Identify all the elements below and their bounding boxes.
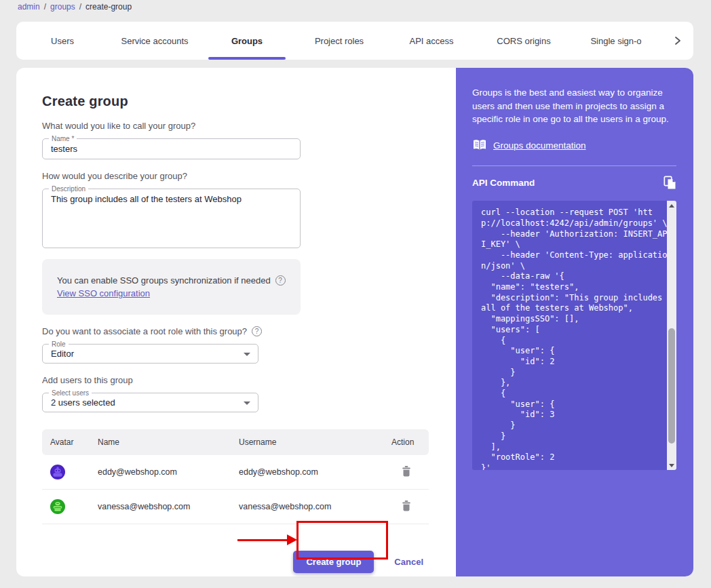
groups-documentation-link[interactable]: Groups documentation <box>493 140 586 151</box>
user-name: vanessa@webshop.com <box>98 502 239 511</box>
avatar-eddy-icon <box>50 465 65 479</box>
groups-documentation-row: Groups documentation <box>472 139 676 151</box>
description-field-label: Description <box>49 184 88 193</box>
breadcrumb-groups[interactable]: groups <box>50 2 75 12</box>
api-command-code-block: curl --location --request POST 'htt p://… <box>472 201 676 470</box>
table-header-row: Avatar Name Username Action <box>42 429 429 455</box>
trash-icon <box>402 466 411 477</box>
table-header-avatar: Avatar <box>50 437 98 447</box>
role-question-label: Do you want to associate a root role wit… <box>42 326 456 336</box>
admin-tab-bar: Users Service accounts Groups Project ro… <box>16 22 693 60</box>
copy-icon <box>664 176 676 190</box>
tab-api-access-label: API access <box>409 36 453 46</box>
table-row: eddy@webshop.com eddy@webshop.com <box>42 455 429 490</box>
selected-users-table: Avatar Name Username Action <box>42 429 429 524</box>
table-header-name: Name <box>98 437 239 447</box>
view-sso-configuration-link[interactable]: View SSO configuration <box>57 288 150 298</box>
page-title: Create group <box>42 94 456 109</box>
tab-users[interactable]: Users <box>16 22 109 60</box>
user-name: eddy@webshop.com <box>98 467 239 477</box>
tabs-scroll-right-button[interactable] <box>662 22 693 60</box>
scroll-down-button[interactable] <box>667 460 676 470</box>
api-command-title: API Command <box>472 178 535 188</box>
api-command-header: API Command <box>472 176 676 190</box>
tab-groups-label: Groups <box>231 36 263 46</box>
tab-cors-origins[interactable]: CORS origins <box>478 22 570 60</box>
tab-project-roles-label: Project roles <box>315 36 364 46</box>
trash-icon <box>402 501 411 511</box>
curl-command-text: curl --location --request POST 'htt p://… <box>472 201 676 470</box>
tab-service-accounts[interactable]: Service accounts <box>109 22 201 60</box>
tab-project-roles[interactable]: Project roles <box>293 22 385 60</box>
description-textarea[interactable]: This group includes all of the testers a… <box>43 189 300 246</box>
name-field-label: Name * <box>49 134 77 143</box>
name-question-label: What would you like to call your group? <box>42 121 456 131</box>
avatar <box>50 465 98 479</box>
description-field-wrapper: Description This group includes all of t… <box>42 189 301 248</box>
name-field-wrapper: Name * <box>42 138 301 159</box>
help-icon[interactable] <box>275 275 286 286</box>
role-select-label: Role <box>49 340 69 349</box>
tab-single-sign-on[interactable]: Single sign-o <box>570 22 662 60</box>
create-group-button[interactable]: Create group <box>293 551 374 573</box>
create-group-card: Create group What would you like to call… <box>16 68 693 576</box>
avatar-vanessa-icon <box>50 499 65 514</box>
tab-groups[interactable]: Groups <box>201 22 293 60</box>
tab-service-accounts-label: Service accounts <box>121 36 189 46</box>
breadcrumb: admin / groups / create-group <box>18 2 132 12</box>
breadcrumb-current: create-group <box>85 2 132 12</box>
tab-users-label: Users <box>51 36 74 46</box>
sidebar-divider <box>472 165 676 166</box>
role-select-value: Editor <box>51 349 74 359</box>
breadcrumb-separator: / <box>79 2 81 12</box>
select-users-label: Select users <box>49 389 92 397</box>
create-group-form: Create group What would you like to call… <box>16 68 456 576</box>
breadcrumb-separator: / <box>44 2 46 12</box>
tab-single-sign-on-label: Single sign-o <box>590 36 641 46</box>
chevron-right-icon <box>674 36 681 45</box>
user-username: eddy@webshop.com <box>239 467 391 477</box>
tab-api-access[interactable]: API access <box>385 22 478 60</box>
book-icon <box>472 139 487 151</box>
table-header-username: Username <box>239 437 391 447</box>
remove-user-button[interactable] <box>402 466 411 477</box>
table-header-action: Action <box>391 437 431 447</box>
remove-user-button[interactable] <box>402 501 411 511</box>
scrollbar-thumb[interactable] <box>668 328 675 444</box>
help-icon[interactable] <box>252 326 262 336</box>
caret-down-icon <box>244 401 250 405</box>
avatar <box>50 499 98 514</box>
name-input[interactable] <box>43 139 300 159</box>
role-question-text: Do you want to associate a root role wit… <box>42 326 247 336</box>
copy-command-button[interactable] <box>664 176 676 190</box>
description-question-label: How would you describe your group? <box>42 171 456 181</box>
cancel-button[interactable]: Cancel <box>394 557 423 567</box>
groups-info-text: Groups is the best and easiest way to or… <box>472 86 676 126</box>
select-users-dropdown[interactable]: Select users 2 users selected <box>42 393 258 412</box>
sso-note-text: You can enable SSO groups synchronizatio… <box>57 275 271 286</box>
caret-down-icon <box>244 353 250 356</box>
add-users-label: Add users to this group <box>42 375 456 385</box>
user-username: vanessa@webshop.com <box>239 502 391 511</box>
breadcrumb-admin[interactable]: admin <box>18 2 40 12</box>
groups-info-sidebar: Groups is the best and easiest way to or… <box>456 68 693 576</box>
form-actions: Create group Cancel <box>42 551 429 573</box>
sso-info-box: You can enable SSO groups synchronizatio… <box>42 259 301 315</box>
select-users-value: 2 users selected <box>51 397 115 408</box>
scroll-up-button[interactable] <box>667 201 676 210</box>
table-row: vanessa@webshop.com vanessa@webshop.com <box>42 490 429 524</box>
code-scrollbar[interactable] <box>667 201 676 470</box>
tab-cors-origins-label: CORS origins <box>497 36 550 46</box>
role-select[interactable]: Role Editor <box>42 344 258 364</box>
